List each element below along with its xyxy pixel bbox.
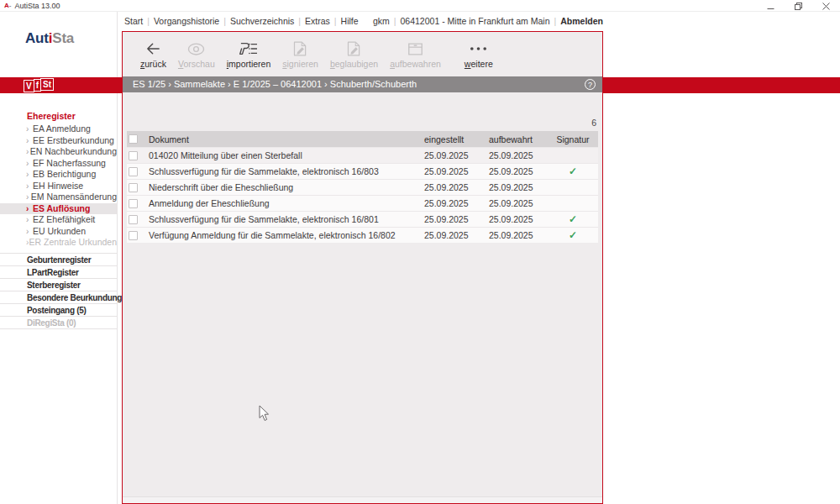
row-checkbox[interactable] (129, 215, 138, 224)
vfst-box-st: St (40, 78, 54, 91)
table-header-checkbox-cell (127, 134, 148, 144)
logout-link[interactable]: Abmelden (560, 16, 603, 26)
cell-eingestellt: 25.09.2025 (417, 166, 482, 176)
sidebar-item-eu-urkunden[interactable]: ›EU Urkunden (0, 226, 117, 238)
cell-eingestellt: 25.09.2025 (417, 214, 482, 224)
sidebar-item-ea-anmeldung[interactable]: ›EA Anmeldung (0, 123, 117, 135)
table-row[interactable]: Verfügung Anmeldung für die Sammelakte, … (127, 227, 598, 243)
cell-eingestellt: 25.09.2025 (417, 182, 482, 192)
eye-icon (186, 39, 206, 58)
document-pen-icon (291, 39, 309, 58)
sidebar-item-es-aufl-sung[interactable]: ›ES Auflösung (0, 203, 117, 215)
column-header-aufbewahrt[interactable]: aufbewahrt (482, 134, 548, 144)
sidebar-item-eb-berichtigung[interactable]: ›EB Berichtigung (0, 169, 117, 181)
toolbar-button-vorschau: Vorschau (172, 39, 221, 69)
breadcrumb: ES 1/25 › Sammelakte › E 1/2025 – 064120… (133, 79, 417, 89)
sidebar-register-sterberegister[interactable]: Sterberegister (0, 278, 117, 291)
column-header-eingestellt[interactable]: eingestellt (417, 134, 482, 144)
row-checkbox[interactable] (129, 183, 138, 192)
window-title: AutiSta 13.00 (14, 2, 60, 10)
menu-item-vorgangshistorie[interactable]: Vorgangshistorie (154, 16, 219, 26)
toolbar-label-beglaubigen: beglaubigen (330, 59, 378, 69)
cell-signatur: ✓ (548, 165, 598, 177)
sidebar-subitems: ›EA Anmeldung›EE Erstbeurkundung›EN Nach… (0, 123, 117, 249)
select-all-checkbox[interactable] (129, 134, 138, 144)
toolbar-button-beglaubigen: beglaubigen (324, 39, 384, 69)
sidebar-item-label: EN Nachbeurkundung (30, 146, 117, 158)
sidebar-item-label: EM Namensänderung (31, 192, 117, 203)
table-row[interactable]: Schlussverfügung für die Sammelakte, ele… (127, 211, 598, 227)
cell-aufbewahrt: 25.09.2025 (482, 198, 548, 208)
cell-eingestellt: 25.09.2025 (417, 198, 482, 208)
column-header-dokument[interactable]: Dokument (148, 134, 417, 144)
scanner-icon (238, 39, 260, 58)
sidebar-item-eh-hinweise[interactable]: ›EH Hinweise (0, 181, 117, 192)
minimize-icon[interactable] (757, 0, 785, 12)
content-body: 6 DokumenteingestelltaufbewahrtSignatur0… (123, 92, 602, 503)
sidebar-register-posteingang-5[interactable]: Posteingang (5) (0, 303, 117, 316)
sidebar-register-besondere-beurkundungen[interactable]: Besondere Beurkundungen (0, 291, 117, 303)
window-controls (757, 0, 840, 12)
document-table: DokumenteingestelltaufbewahrtSignatur014… (127, 131, 598, 243)
app-window: A- AutiSta 13.00 Start|Vorgangshistorie|… (0, 0, 840, 504)
column-header-signatur[interactable]: Signatur (548, 134, 598, 144)
toolbar-label-aufbewahren: aufbewahren (390, 59, 441, 69)
sidebar-item-label: EE Erstbeurkundung (33, 135, 114, 147)
sidebar-item-label: EF Nacherfassung (33, 158, 106, 170)
table-row[interactable]: Schlussverfügung für die Sammelakte, ele… (127, 163, 598, 179)
cell-eingestellt: 25.09.2025 (417, 230, 482, 240)
sidebar-item-ee-erstbeurkundung[interactable]: ›EE Erstbeurkundung (0, 135, 117, 147)
table-header-row: DokumenteingestelltaufbewahrtSignatur (127, 131, 598, 147)
row-checkbox[interactable] (129, 151, 138, 160)
row-checkbox[interactable] (129, 199, 138, 208)
sidebar-register-geburtenregister[interactable]: Geburtenregister (0, 253, 117, 265)
table-row[interactable]: Niederschrift über die Eheschließung25.0… (127, 179, 598, 195)
sidebar-item-ef-nacherfassung[interactable]: ›EF Nacherfassung (0, 158, 117, 170)
table-row[interactable]: Anmeldung der Eheschließung25.09.202525.… (127, 195, 598, 211)
toolbar-button-weitere[interactable]: weitere (459, 39, 499, 69)
sidebar-item-em-namens-nderung[interactable]: ›EM Namensänderung (0, 192, 117, 203)
sidebar-nav: Eheregister ›EA Anmeldung›EE Erstbeurkun… (0, 110, 117, 329)
menu-separator: | (219, 16, 230, 26)
sidebar-item-ez-ehef-higkeit[interactable]: ›EZ Ehefähigkeit (0, 214, 117, 226)
toolbar-label-weitere: weitere (465, 59, 493, 69)
table-row[interactable]: 014020 Mitteilung über einen Sterbefall2… (127, 147, 598, 163)
menu-item-suchverzeichnis[interactable]: Suchverzeichnis (230, 16, 294, 26)
sidebar-item-label: EZ Ehefähigkeit (33, 214, 95, 226)
sidebar-item-er-zentrale-urkunden: ›ER Zentrale Urkunden (0, 237, 117, 249)
help-icon[interactable]: ? (585, 79, 596, 90)
restore-icon[interactable] (785, 0, 812, 12)
chevron-right-icon: › (26, 181, 33, 192)
sidebar-item-label: EH Hinweise (33, 181, 83, 192)
sidebar-item-label: ES Auflösung (33, 203, 90, 215)
cell-eingestellt: 25.09.2025 (417, 150, 482, 160)
horizontal-scrollbar[interactable] (123, 496, 602, 503)
menu-item-start[interactable]: Start (124, 16, 143, 26)
sidebar-item-en-nachbeurkundung[interactable]: ›EN Nachbeurkundung (0, 146, 117, 158)
menu-item-hilfe[interactable]: Hilfe (341, 16, 359, 26)
row-checkbox-cell (127, 167, 148, 176)
user-session-info: gkm|06412001 - Mitte in Frankfurt am Mai… (373, 12, 603, 31)
app-icon: A- (4, 2, 11, 9)
menu-item-extras[interactable]: Extras (305, 16, 330, 26)
toolbar-button-importieren[interactable]: importieren (221, 39, 277, 69)
sidebar-section-eheregister[interactable]: Eheregister (0, 110, 117, 122)
toolbar-button-zur-ck[interactable]: zurück (134, 39, 172, 69)
sidebar-registers: GeburtenregisterLPartRegisterSterberegis… (0, 253, 117, 329)
close-icon[interactable] (812, 0, 840, 12)
menu-separator: | (390, 16, 401, 26)
menu-separator: | (294, 16, 305, 26)
signature-check-icon: ✓ (569, 229, 577, 241)
toolbar-button-signieren: signieren (276, 39, 324, 69)
sidebar-item-label: EU Urkunden (33, 226, 86, 238)
chevron-right-icon: › (26, 203, 33, 215)
row-checkbox[interactable] (129, 167, 138, 176)
sidebar-register-lpartregister[interactable]: LPartRegister (0, 265, 117, 278)
content-frame: zurückVorschauimportierensignierenbeglau… (122, 31, 603, 504)
logo-part-aut: Aut (25, 30, 49, 46)
cell-dokument: Niederschrift über die Eheschließung (148, 182, 417, 192)
toolbar-button-aufbewahren: aufbewahren (384, 39, 447, 69)
row-checkbox-cell (127, 199, 148, 208)
cell-dokument: Anmeldung der Eheschließung (148, 198, 417, 208)
row-checkbox[interactable] (129, 231, 138, 240)
